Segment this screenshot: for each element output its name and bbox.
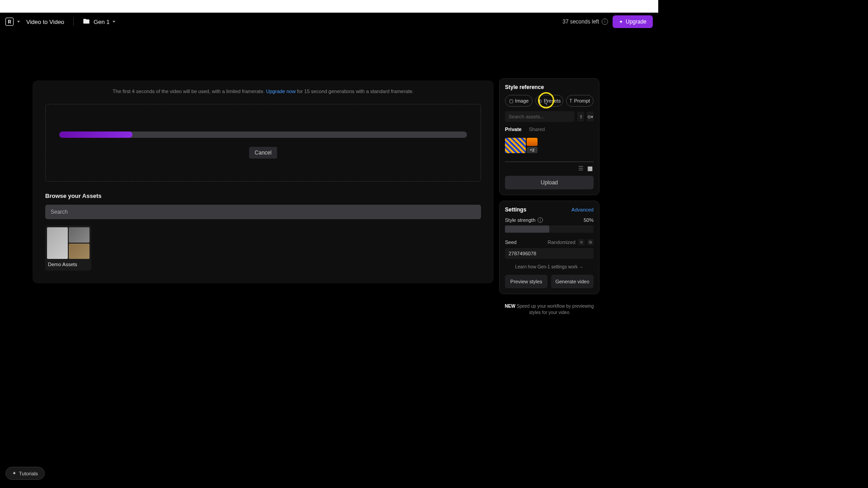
info-icon[interactable]: i <box>602 19 608 25</box>
upload-reference-button[interactable]: Upload <box>505 176 594 189</box>
chevron-down-icon[interactable] <box>17 21 20 23</box>
sort-icon[interactable]: ⊖▾ <box>587 112 594 122</box>
seed-input[interactable] <box>505 248 594 259</box>
asset-thumb <box>69 227 90 243</box>
list-view-icon[interactable]: ☰ <box>578 165 585 171</box>
upgrade-link[interactable]: Upgrade now <box>266 89 295 94</box>
seed-label: Seed <box>505 239 517 245</box>
strength-slider[interactable] <box>505 225 594 233</box>
browser-chrome-strip <box>0 0 658 13</box>
upload-progress-track <box>59 131 467 138</box>
tab-presets-label: Presets <box>544 98 561 103</box>
asset-thumb <box>47 227 68 259</box>
asset-thumb <box>69 244 90 259</box>
upgrade-button[interactable]: ✦ Upgrade <box>613 15 653 28</box>
framerate-notice: The first 4 seconds of the video will be… <box>45 89 481 94</box>
learn-link[interactable]: Learn how Gen-1 settings work → <box>505 264 594 269</box>
cancel-button[interactable]: Cancel <box>249 147 277 159</box>
style-reference-panel: Style reference ▢ Image ◐ Presets T Prom… <box>499 78 599 195</box>
tab-private[interactable]: Private <box>505 127 522 133</box>
model-label: Gen 1 <box>94 19 109 25</box>
randomized-label: Randomized <box>547 239 576 245</box>
tab-shared[interactable]: Shared <box>529 127 545 133</box>
copy-icon[interactable]: ⧉ <box>587 239 594 245</box>
tab-presets[interactable]: ◐ Presets <box>535 95 563 107</box>
page-title: Video to Video <box>26 19 64 25</box>
reference-assets: +2 <box>505 138 594 160</box>
divider <box>73 18 74 26</box>
style-reference-title: Style reference <box>505 84 594 90</box>
settings-title: Settings <box>505 206 526 213</box>
credits-text: 37 seconds left <box>562 19 599 25</box>
notice-text-1: The first 4 seconds of the video will be… <box>113 89 266 94</box>
tip-text: Speed up your workflow by previewing sty… <box>515 304 594 315</box>
tab-prompt-label: Prompt <box>574 98 590 103</box>
grid-view-icon[interactable]: ▦ <box>587 165 594 171</box>
reference-thumb[interactable] <box>505 138 526 153</box>
info-icon[interactable]: i <box>538 217 543 223</box>
tab-prompt[interactable]: T Prompt <box>566 95 594 107</box>
strength-value: 50% <box>584 217 594 223</box>
prompt-icon: T <box>570 99 572 103</box>
settings-panel: Settings Advanced Style strength i 50% S… <box>499 201 599 294</box>
search-input[interactable] <box>45 205 481 219</box>
tab-image-label: Image <box>515 98 529 103</box>
preview-styles-button[interactable]: Preview styles <box>505 275 547 288</box>
model-select[interactable]: Gen 1 <box>94 19 115 25</box>
chevron-down-icon <box>113 21 115 23</box>
sparkle-icon: ✦ <box>619 19 623 25</box>
strength-fill <box>505 225 549 233</box>
shuffle-icon[interactable]: ⤨ <box>578 239 585 245</box>
upload-dropzone[interactable]: Cancel <box>45 104 481 182</box>
strength-label: Style strength <box>505 217 535 223</box>
reference-thumb[interactable] <box>527 138 538 146</box>
advanced-link[interactable]: Advanced <box>571 207 594 212</box>
new-badge: NEW <box>505 304 515 309</box>
folder-icon[interactable] <box>83 18 90 26</box>
image-icon: ▢ <box>509 99 513 103</box>
browse-heading: Browse your Assets <box>45 192 481 199</box>
style-search-input[interactable] <box>505 111 575 122</box>
notice-text-2: for 15 second generations with a standar… <box>296 89 414 94</box>
credits-remaining: 37 seconds left i <box>562 19 608 25</box>
divider <box>505 161 594 162</box>
reference-thumb-more[interactable]: +2 <box>527 147 538 153</box>
new-tip: NEW Speed up your workflow by previewing… <box>499 303 599 316</box>
upgrade-label: Upgrade <box>626 19 646 25</box>
app-logo[interactable]: R <box>5 18 14 26</box>
asset-folder[interactable]: Demo Assets <box>45 225 91 271</box>
upload-progress-fill <box>59 131 132 138</box>
pin-icon[interactable]: ⇪ <box>577 112 584 122</box>
main-panel: The first 4 seconds of the video will be… <box>33 80 494 283</box>
tab-image[interactable]: ▢ Image <box>505 95 533 107</box>
asset-folder-name: Demo Assets <box>47 259 90 269</box>
app-header: R Video to Video Gen 1 37 seconds left i… <box>0 13 658 31</box>
generate-video-button[interactable]: Generate video <box>551 275 594 288</box>
presets-icon: ◐ <box>538 99 542 103</box>
